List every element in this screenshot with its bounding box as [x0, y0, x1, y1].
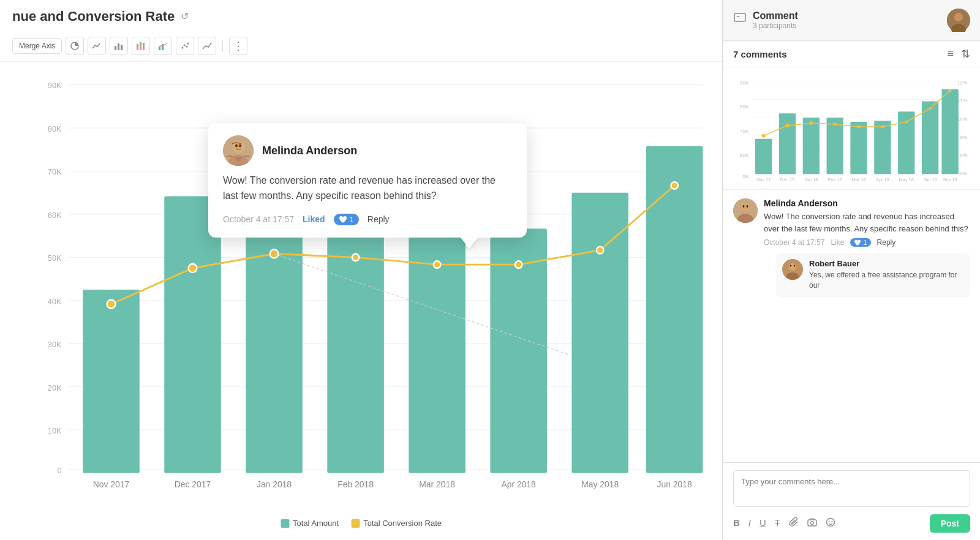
reply-item: Robert Bauer Yes, we offered a free assi…	[776, 253, 970, 298]
comment-count: 7 comments	[733, 49, 787, 59]
chart-toolbar: Merge Axis ⋮	[0, 33, 722, 62]
popup-avatar	[223, 135, 254, 166]
svg-point-129	[827, 519, 835, 527]
trend-icon[interactable]	[198, 37, 216, 55]
sort-icon[interactable]: ⇅	[961, 47, 970, 61]
comment-panel-bar: 7 comments ≡ ⇅	[723, 41, 980, 67]
popup-message: Wow! The conversion rate and revenue has…	[223, 173, 512, 204]
menu-icon[interactable]: ≡	[947, 47, 954, 61]
svg-text:90K: 90K	[48, 81, 62, 90]
svg-rect-94	[850, 122, 867, 174]
svg-rect-127	[808, 520, 816, 526]
comment-panel-icon	[733, 12, 747, 29]
strikethrough-icon[interactable]: T	[775, 517, 780, 530]
svg-point-45	[107, 300, 116, 309]
svg-text:Feb 2018: Feb 2018	[337, 479, 374, 489]
svg-point-103	[857, 126, 860, 129]
svg-text:Feb 18: Feb 18	[828, 178, 842, 182]
svg-point-125	[790, 265, 791, 267]
svg-point-128	[811, 522, 814, 525]
camera-icon[interactable]	[807, 517, 817, 530]
svg-text:60K: 60K	[740, 153, 750, 159]
svg-text:Mar 18: Mar 18	[852, 178, 866, 182]
bar-chart-icon[interactable]	[110, 37, 128, 55]
more-options-icon[interactable]: ⋮	[229, 37, 247, 55]
svg-rect-4	[137, 47, 138, 50]
liked-button[interactable]: Liked	[303, 214, 325, 224]
stacked-bar-icon[interactable]	[132, 37, 150, 55]
svg-point-102	[834, 123, 837, 126]
comment-like-button[interactable]: Like	[831, 238, 844, 247]
combo-chart-icon[interactable]	[154, 37, 172, 55]
svg-text:60K: 60K	[48, 211, 62, 220]
svg-text:Nov 2017: Nov 2017	[93, 479, 130, 489]
svg-point-14	[186, 46, 188, 48]
svg-rect-6	[140, 45, 141, 50]
merge-axis-button[interactable]: Merge Axis	[12, 38, 62, 54]
popup-timestamp: October 4 at 17:57	[223, 214, 294, 224]
emoji-icon[interactable]	[826, 517, 835, 530]
chart-area: 90K 80K 70K 60K 50K 40K 30K 20K 10K 0	[0, 62, 722, 540]
svg-point-105	[905, 121, 908, 124]
chart-header: nue and Conversion Rate ↺	[0, 0, 722, 33]
comment-meta: October 4 at 17:57 Like 1 Reply	[764, 238, 970, 247]
svg-text:Nov 17: Nov 17	[756, 178, 771, 182]
svg-text:0K: 0K	[742, 174, 749, 179]
svg-rect-68	[734, 13, 745, 21]
svg-rect-1	[115, 46, 116, 50]
italic-icon[interactable]: I	[748, 517, 751, 530]
popup-reply-button[interactable]: Reply	[368, 214, 390, 224]
chart-title: nue and Conversion Rate	[12, 9, 175, 24]
legend-amount-label: Total Amount	[293, 519, 339, 528]
panel-user-avatar	[947, 9, 970, 32]
svg-point-104	[881, 126, 884, 129]
svg-rect-8	[143, 45, 145, 50]
comment-timestamp: October 4 at 17:57	[764, 238, 824, 247]
svg-text:10K: 10K	[48, 426, 62, 435]
pie-chart-icon[interactable]	[66, 37, 84, 55]
svg-point-48	[352, 254, 360, 261]
svg-text:11%: 11%	[957, 99, 968, 104]
svg-point-51	[597, 247, 604, 254]
comment-input[interactable]	[733, 470, 970, 507]
bold-icon[interactable]: B	[733, 517, 740, 530]
comment-avatar-melinda	[733, 198, 758, 223]
svg-point-130	[829, 521, 830, 522]
svg-rect-90	[755, 139, 772, 174]
line-chart-icon[interactable]	[88, 37, 106, 55]
svg-point-101	[809, 121, 813, 125]
svg-rect-5	[137, 44, 138, 47]
attachment-icon[interactable]	[789, 517, 799, 530]
svg-point-107	[949, 89, 952, 92]
post-button[interactable]: Post	[930, 514, 970, 533]
svg-text:Jun 2018: Jun 2018	[657, 479, 692, 489]
svg-text:Jan 18: Jan 18	[804, 178, 818, 182]
comment-like-badge: 1	[850, 238, 870, 247]
svg-point-67	[239, 144, 241, 148]
svg-text:Dec 17: Dec 17	[780, 178, 794, 182]
popup-user: Melinda Anderson	[223, 135, 512, 166]
svg-text:50K: 50K	[48, 253, 62, 263]
mini-chart: 12% 11% 10% 9% 8% 0% 90K 80K 70K 60K 0K	[723, 67, 980, 190]
refresh-icon[interactable]: ↺	[181, 10, 193, 23]
svg-text:Dec 2017: Dec 2017	[175, 479, 211, 489]
svg-text:Jun 18: Jun 18	[924, 178, 937, 182]
reply-text: Yes, we offered a free assistance progra…	[809, 270, 964, 291]
svg-rect-7	[140, 42, 141, 45]
svg-text:30K: 30K	[48, 340, 62, 349]
comment-reply-button[interactable]: Reply	[877, 238, 896, 247]
comment-panel-title-group: Comment 3 participants	[753, 10, 798, 30]
toolbar-separator	[222, 40, 223, 52]
chart-legend: Total Amount Total Conversion Rate	[281, 519, 442, 528]
svg-text:90K: 90K	[740, 80, 750, 86]
comment-input-area: B I U T Post	[723, 462, 980, 540]
svg-rect-43	[571, 193, 628, 473]
underline-icon[interactable]: U	[760, 517, 766, 530]
svg-rect-95	[874, 121, 891, 174]
svg-point-131	[832, 521, 833, 522]
scatter-chart-icon[interactable]	[176, 37, 194, 55]
svg-point-66	[235, 144, 238, 148]
comment-toolbar-icons: B I U T	[733, 517, 835, 530]
legend-conversion-rate: Total Conversion Rate	[351, 519, 442, 528]
svg-rect-93	[827, 118, 843, 174]
